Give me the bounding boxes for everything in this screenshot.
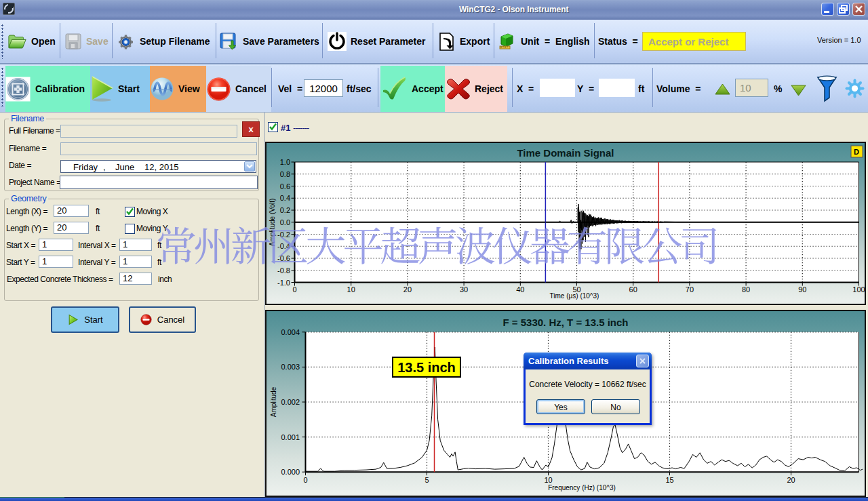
svg-text:0.6: 0.6 — [280, 182, 290, 191]
svg-text:30: 30 — [460, 285, 468, 294]
svg-text:5: 5 — [425, 476, 429, 484]
svg-text:-1.0: -1.0 — [277, 279, 290, 287]
svg-text:15: 15 — [665, 476, 673, 484]
svg-text:Frequency (Hz) (10^3): Frequency (Hz) (10^3) — [548, 484, 616, 492]
svg-text:F = 5330. Hz, T = 13.5 inch: F = 5330. Hz, T = 13.5 inch — [502, 317, 628, 328]
svg-text:0: 0 — [292, 285, 296, 294]
svg-text:10: 10 — [544, 476, 552, 484]
svg-text:0.8: 0.8 — [280, 170, 290, 178]
svg-text:80: 80 — [742, 285, 750, 294]
svg-text:0.001: 0.001 — [281, 433, 300, 441]
svg-text:60: 60 — [629, 285, 637, 294]
svg-text:70: 70 — [686, 285, 694, 294]
svg-text:100: 100 — [852, 285, 865, 294]
svg-text:0.004: 0.004 — [281, 328, 300, 336]
svg-text:0.4: 0.4 — [280, 194, 290, 202]
svg-text:0.0: 0.0 — [280, 218, 290, 226]
svg-text:10: 10 — [347, 285, 355, 294]
svg-text:D: D — [854, 148, 859, 156]
svg-text:13.5 inch: 13.5 inch — [397, 360, 456, 375]
svg-text:40: 40 — [516, 285, 524, 294]
svg-text:0.002: 0.002 — [281, 398, 300, 406]
svg-text:Time (μs) (10^3): Time (μs) (10^3) — [550, 292, 599, 300]
svg-text:0: 0 — [303, 476, 307, 484]
svg-text:0.003: 0.003 — [281, 363, 300, 371]
svg-text:0.000: 0.000 — [281, 468, 300, 476]
svg-text:Time Domain Signal: Time Domain Signal — [517, 147, 614, 159]
svg-text:20: 20 — [403, 285, 412, 294]
svg-text:20: 20 — [787, 476, 795, 484]
svg-text:90: 90 — [798, 285, 806, 294]
svg-text:Amplitude: Amplitude — [270, 386, 277, 417]
svg-text:1.0: 1.0 — [280, 158, 290, 166]
svg-text:0.2: 0.2 — [280, 206, 290, 214]
